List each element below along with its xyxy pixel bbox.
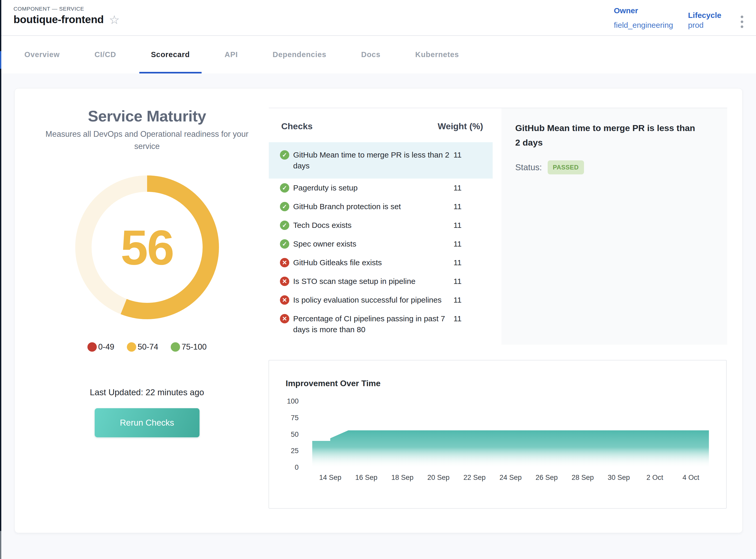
check-row[interactable]: ✕GitHub Gitleaks file exists11 — [269, 253, 493, 272]
check-label: Spec owner exists — [293, 239, 452, 249]
checks-column-header: Checks — [281, 121, 313, 131]
tab-docs[interactable]: Docs — [361, 36, 381, 73]
check-weight: 11 — [454, 294, 461, 306]
rerun-checks-button[interactable]: Rerun Checks — [95, 408, 200, 437]
x-axis-tick-label: 30 Sep — [608, 474, 630, 482]
x-axis-tick-label: 24 Sep — [499, 474, 522, 482]
collapsed-sidebar-edge — [0, 0, 1, 559]
status-label: Status: — [515, 162, 542, 172]
x-axis-tick-label: 14 Sep — [319, 474, 341, 482]
check-label: GitHub Mean time to merge PR is less tha… — [293, 150, 452, 171]
checks-section: Checks Weight (%) ✓GitHub Mean time to m… — [269, 108, 727, 345]
x-axis-tick-label: 28 Sep — [572, 474, 594, 482]
check-row[interactable]: ✓Tech Docs exists11 — [269, 216, 493, 234]
check-label: Tech Docs exists — [293, 220, 452, 231]
check-passed-icon: ✓ — [280, 150, 289, 160]
check-weight: 11 — [454, 239, 461, 249]
check-weight: 11 — [454, 257, 461, 268]
score-value: 56 — [74, 175, 220, 320]
entity-header: COMPONENT — SERVICE boutique-frontend ☆ … — [1, 0, 756, 36]
check-failed-icon: ✕ — [280, 295, 289, 305]
legend-item: 0-49 — [87, 342, 114, 352]
y-axis-tick-label: 100 — [287, 397, 299, 405]
check-passed-icon: ✓ — [280, 239, 289, 249]
kebab-menu-icon[interactable] — [740, 15, 744, 29]
check-row[interactable]: ✓Pagerduty is setup11 — [269, 179, 493, 197]
y-axis-tick-label: 0 — [295, 464, 299, 471]
tab-dependencies[interactable]: Dependencies — [273, 36, 326, 73]
maturity-summary: Service Maturity Measures all DevOps and… — [20, 89, 274, 533]
check-weight: 11 — [454, 201, 461, 212]
lifecycle-label: Lifecycle — [688, 11, 721, 20]
check-detail-panel: GitHub Mean time to merge PR is less tha… — [502, 108, 727, 345]
y-axis-tick-label: 75 — [291, 414, 299, 422]
scorecard-title: Service Maturity — [20, 107, 274, 125]
x-axis-tick-label: 26 Sep — [535, 474, 558, 482]
owner-link[interactable]: field_engineering — [614, 21, 673, 29]
check-detail-title: GitHub Mean time to merge PR is less tha… — [515, 121, 697, 150]
legend-label: 0-49 — [98, 342, 114, 352]
check-passed-icon: ✓ — [280, 202, 289, 211]
y-axis-tick-label: 50 — [291, 430, 299, 438]
x-axis-tick-label: 2 Oct — [646, 474, 663, 482]
check-label: GitHub Gitleaks file exists — [293, 257, 452, 268]
check-weight: 11 — [454, 150, 461, 160]
score-area-series — [312, 430, 709, 467]
tab-api[interactable]: API — [225, 36, 238, 73]
scorecard-subtitle: Measures all DevOps and Operational read… — [33, 128, 261, 152]
check-row[interactable]: ✓Spec owner exists11 — [269, 234, 493, 253]
checks-list: Checks Weight (%) ✓GitHub Mean time to m… — [269, 108, 502, 345]
check-failed-icon: ✕ — [280, 258, 289, 267]
check-passed-icon: ✓ — [280, 221, 289, 230]
check-label: Is STO scan stage setup in pipeline — [293, 276, 452, 287]
check-row[interactable]: ✕Is STO scan stage setup in pipeline11 — [269, 272, 493, 291]
check-failed-icon: ✕ — [280, 277, 289, 286]
legend-label: 50-74 — [138, 342, 158, 352]
status-badge: PASSED — [548, 160, 584, 174]
x-axis-tick-label: 22 Sep — [463, 474, 486, 482]
weight-column-header: Weight (%) — [438, 121, 483, 131]
check-rows: ✓GitHub Mean time to merge PR is less th… — [269, 142, 502, 339]
legend-label: 75-100 — [182, 342, 207, 352]
score-legend: 0-4950-7475-100 — [20, 342, 274, 352]
sidebar-footer-edge — [0, 531, 1, 559]
checks-list-header: Checks Weight (%) — [269, 108, 502, 142]
legend-item: 50-74 — [127, 342, 158, 352]
favorite-star-icon[interactable]: ☆ — [109, 14, 120, 26]
check-row[interactable]: ✕Percentage of CI pipelines passing in p… — [269, 309, 493, 339]
x-axis-tick-label: 4 Oct — [683, 474, 700, 482]
x-axis-tick-label: 20 Sep — [427, 474, 450, 482]
legend-dot-icon — [87, 342, 97, 352]
check-label: Is policy evaluation successful for pipe… — [293, 294, 452, 306]
check-row[interactable]: ✓GitHub Branch protection is set11 — [269, 197, 493, 216]
tab-scorecard[interactable]: Scorecard — [151, 36, 190, 73]
check-weight: 11 — [454, 313, 461, 324]
check-label: GitHub Branch protection is set — [293, 201, 452, 212]
tab-ci-cd[interactable]: CI/CD — [94, 36, 116, 73]
check-weight: 11 — [454, 182, 461, 193]
breadcrumb: COMPONENT — SERVICE — [14, 6, 84, 12]
tab-bar: OverviewCI/CDScorecardAPIDependenciesDoc… — [1, 36, 756, 73]
y-axis-tick-label: 25 — [291, 447, 299, 455]
scorecard-card: Service Maturity Measures all DevOps and… — [15, 88, 742, 533]
improvement-chart-card: Improvement Over Time 025507510014 Sep16… — [269, 360, 727, 509]
check-row[interactable]: ✕Is policy evaluation successful for pip… — [269, 291, 493, 309]
check-row[interactable]: ✓GitHub Mean time to merge PR is less th… — [269, 142, 493, 179]
check-passed-icon: ✓ — [280, 183, 289, 193]
page-title: boutique-frontend — [14, 14, 104, 26]
lifecycle-value: prod — [688, 21, 704, 29]
last-updated-text: Last Updated: 22 minutes ago — [20, 387, 274, 397]
x-axis-tick-label: 18 Sep — [391, 474, 414, 482]
tab-overview[interactable]: Overview — [24, 36, 60, 73]
check-weight: 11 — [454, 276, 461, 287]
check-label: Percentage of CI pipelines passing in pa… — [293, 313, 452, 335]
tab-kubernetes[interactable]: Kubernetes — [415, 36, 459, 73]
check-label: Pagerduty is setup — [293, 182, 452, 193]
check-weight: 11 — [454, 220, 461, 231]
legend-dot-icon — [171, 342, 180, 352]
improvement-area-chart: 025507510014 Sep16 Sep18 Sep20 Sep22 Sep… — [269, 360, 726, 508]
legend-item: 75-100 — [171, 342, 207, 352]
legend-dot-icon — [127, 342, 136, 352]
x-axis-tick-label: 16 Sep — [355, 474, 377, 482]
check-failed-icon: ✕ — [280, 314, 289, 323]
